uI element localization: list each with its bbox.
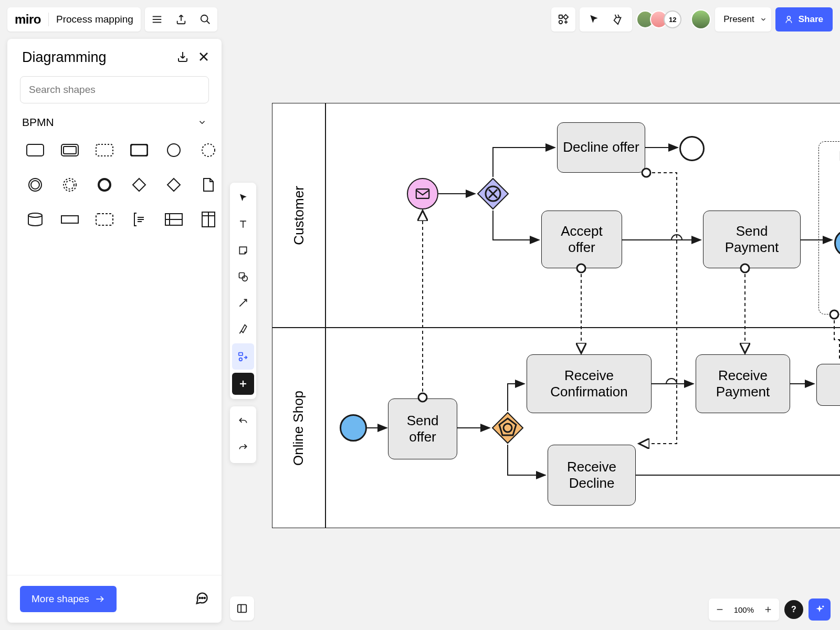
start-event-shop[interactable] <box>340 414 367 442</box>
current-user-avatar[interactable] <box>691 9 711 29</box>
connector-tool[interactable] <box>230 290 256 316</box>
pen-tool[interactable] <box>230 316 256 342</box>
svg-line-4 <box>207 21 210 24</box>
svg-marker-26 <box>167 178 180 191</box>
task-receive-payment[interactable]: Receive Payment <box>696 354 790 413</box>
shape-start-event[interactable] <box>161 137 187 163</box>
task-send-payment[interactable]: Send Payment <box>703 211 801 268</box>
svg-rect-49 <box>416 189 429 198</box>
select-tool[interactable] <box>230 185 256 211</box>
shape-call-activity[interactable] <box>126 137 152 163</box>
svg-rect-28 <box>61 216 78 223</box>
svg-point-39 <box>204 597 205 598</box>
zoom-value[interactable]: 100% <box>731 605 757 614</box>
sticky-note-tool[interactable] <box>230 237 256 264</box>
zoom-out-button[interactable] <box>709 598 731 621</box>
svg-point-7 <box>559 20 562 24</box>
shape-event-subprocess[interactable] <box>91 137 118 163</box>
shape-text-annotation[interactable] <box>57 206 83 233</box>
shape-group[interactable] <box>91 206 118 233</box>
cursor-tools <box>580 7 632 32</box>
svg-point-19 <box>202 144 215 156</box>
section-label: BPMN <box>22 116 54 129</box>
share-label: Share <box>799 14 823 25</box>
shape-end-event[interactable] <box>91 172 118 198</box>
close-icon[interactable] <box>197 50 210 65</box>
board-header[interactable]: miro Process mapping <box>7 7 141 32</box>
chevron-down-icon[interactable] <box>760 16 767 23</box>
lane-label-customer[interactable]: Customer <box>272 103 325 327</box>
svg-point-27 <box>28 213 42 217</box>
shape-data-object[interactable] <box>195 172 222 198</box>
shape-tool[interactable] <box>230 264 256 290</box>
search-shapes-input[interactable] <box>20 76 209 103</box>
svg-rect-13 <box>27 144 44 156</box>
board-title[interactable]: Process mapping <box>56 14 133 25</box>
gateway-exclusive[interactable] <box>476 177 510 211</box>
apps-icon[interactable] <box>551 7 575 32</box>
comment-icon[interactable] <box>194 591 209 607</box>
lane-header-divider <box>325 103 326 528</box>
export-icon[interactable] <box>169 7 193 32</box>
text-tool[interactable] <box>230 211 256 237</box>
gateway-inclusive[interactable] <box>491 411 524 445</box>
lane-divider <box>272 327 840 328</box>
task-send-offer[interactable]: Send offer <box>388 398 457 459</box>
svg-rect-5 <box>559 15 562 18</box>
shape-pool-vertical[interactable] <box>195 206 222 233</box>
top-left-tools <box>145 7 217 32</box>
task-decline-offer[interactable]: Decline offer <box>557 122 645 173</box>
shape-grid <box>7 134 222 236</box>
diagramming-tool[interactable] <box>232 343 254 370</box>
shape-intermediate-event[interactable] <box>22 172 48 198</box>
task-cutoff-in[interactable]: In <box>816 364 840 406</box>
present-button[interactable]: Present <box>715 7 771 32</box>
shape-transaction[interactable] <box>57 137 83 163</box>
more-shapes-button[interactable]: More shapes <box>20 586 117 612</box>
shape-start-event-noninterrupting[interactable] <box>195 137 222 163</box>
svg-point-23 <box>66 181 74 189</box>
share-button[interactable]: Share <box>775 7 833 32</box>
svg-point-37 <box>199 597 200 598</box>
svg-rect-45 <box>239 353 243 356</box>
end-event[interactable] <box>679 136 705 161</box>
svg-marker-54 <box>492 413 523 443</box>
task-receive-confirmation[interactable]: Receive Confirmation <box>527 354 652 413</box>
collaborator-avatars[interactable]: 12 <box>636 10 681 28</box>
shape-data-store[interactable] <box>22 206 48 233</box>
shape-intermediate-noninterrupting[interactable] <box>57 172 83 198</box>
avatar-overflow[interactable]: 12 <box>664 10 681 28</box>
svg-point-46 <box>239 358 243 361</box>
bpmn-section-header[interactable]: BPMN <box>7 109 222 134</box>
import-icon[interactable] <box>176 50 189 65</box>
vertical-toolbar <box>230 183 256 463</box>
task-accept-offer[interactable]: Accept offer <box>541 211 622 268</box>
svg-line-44 <box>239 299 246 306</box>
shape-pool-horizontal[interactable] <box>161 206 187 233</box>
bpmn-pool[interactable]: Customer Online Shop Decline offer Accep… <box>272 103 840 528</box>
cursor-icon[interactable] <box>582 7 606 32</box>
svg-point-38 <box>202 597 203 598</box>
shape-gateway[interactable] <box>126 172 152 198</box>
present-label: Present <box>723 14 754 25</box>
ai-assist-button[interactable] <box>808 598 831 621</box>
task-receive-decline[interactable]: Receive Decline <box>548 445 636 506</box>
undo-button[interactable] <box>230 408 256 435</box>
shape-task[interactable] <box>22 137 48 163</box>
add-tool[interactable] <box>232 373 254 395</box>
message-start-event[interactable] <box>407 178 438 209</box>
task-cutoff-r[interactable]: Re <box>818 141 840 314</box>
shape-annotation-bracket[interactable] <box>126 206 152 233</box>
more-shapes-label: More shapes <box>32 593 89 605</box>
reactions-icon[interactable] <box>606 7 630 32</box>
help-button[interactable]: ? <box>784 600 803 619</box>
zoom-in-button[interactable] <box>757 598 779 621</box>
frames-panel-button[interactable] <box>230 596 254 621</box>
svg-point-72 <box>822 606 824 607</box>
lane-label-shop[interactable]: Online Shop <box>272 327 325 529</box>
redo-button[interactable] <box>230 435 256 461</box>
menu-icon[interactable] <box>145 7 169 32</box>
miro-logo[interactable]: miro <box>15 12 41 27</box>
search-icon[interactable] <box>193 7 217 32</box>
shape-gateway-exclusive[interactable] <box>161 172 187 198</box>
